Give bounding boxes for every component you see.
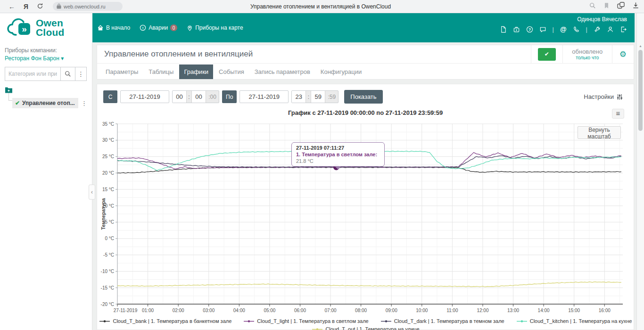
downloads-icon[interactable] bbox=[632, 2, 639, 11]
svg-text:Температура: Температура bbox=[100, 198, 106, 230]
page-scrollbar[interactable]: ▲ bbox=[636, 13, 644, 330]
nav-alarms[interactable]: ! Аварии 0 bbox=[140, 24, 177, 31]
documents-icon[interactable] bbox=[500, 26, 507, 33]
find-icon[interactable] bbox=[589, 2, 596, 11]
owencloud-logo[interactable]: » Owen Cloud bbox=[0, 13, 92, 42]
legend-item-Cloud_T_dark[interactable]: Cloud_T_dark | 1. Температура в темном з… bbox=[381, 318, 504, 324]
svg-text:07:00: 07:00 bbox=[325, 308, 337, 313]
show-button[interactable]: Показать bbox=[344, 90, 382, 104]
legend-item-Cloud_T_out[interactable]: Cloud_T_out | 1. Температура на улице bbox=[312, 326, 419, 330]
time-colon: : bbox=[187, 91, 192, 103]
device-item-selected[interactable]: ✔ Управление отоп... bbox=[12, 98, 78, 108]
icon-divider: | bbox=[553, 26, 554, 33]
nav-home[interactable]: В начало bbox=[97, 24, 130, 31]
logo-text-line2: Cloud bbox=[36, 28, 64, 37]
from-hour-input[interactable] bbox=[173, 91, 187, 103]
reset-zoom-button[interactable]: Вернуть масштаб bbox=[578, 126, 621, 139]
chat-icon[interactable] bbox=[539, 26, 546, 33]
wrench-icon[interactable] bbox=[594, 26, 601, 33]
tab-графики[interactable]: Графики bbox=[179, 64, 213, 79]
updated-status: обновлено только что bbox=[563, 48, 612, 60]
yandex-browser-icon[interactable]: Я bbox=[24, 3, 28, 10]
company-devices-label: Приборы компании: bbox=[5, 47, 87, 54]
device-search-input[interactable] bbox=[5, 67, 60, 81]
logout-icon[interactable] bbox=[620, 26, 627, 33]
company-selector[interactable]: Ресторан Фон Барон ▾ bbox=[5, 55, 87, 62]
tab-таблицы[interactable]: Таблицы bbox=[144, 64, 178, 79]
gear-icon[interactable]: ⚙ bbox=[619, 49, 627, 59]
from-label[interactable]: С bbox=[103, 90, 117, 103]
svg-text:27-11-2019: 27-11-2019 bbox=[114, 308, 138, 313]
nav-map-devices[interactable]: Приборы на карте bbox=[187, 24, 243, 32]
legend-item-Cloud_T_bank[interactable]: Cloud_T_bank | 1. Температура в банкетно… bbox=[99, 318, 231, 324]
svg-text:15:00: 15:00 bbox=[568, 308, 580, 313]
refresh-icon[interactable] bbox=[37, 3, 43, 10]
chart-title: График с 27-11-2019 00:00:00 по 27-11-20… bbox=[97, 109, 634, 116]
from-minute-input[interactable] bbox=[192, 91, 206, 103]
series-Cloud_T_dark[interactable] bbox=[117, 156, 621, 168]
svg-text:16:00: 16:00 bbox=[599, 308, 611, 313]
legend-swatch bbox=[312, 327, 322, 330]
date-filter-bar: С : :00 По : :59 Показать Настройки bbox=[97, 84, 634, 104]
tab-параметры[interactable]: Параметры bbox=[101, 64, 143, 79]
svg-text:35 °C: 35 °C bbox=[102, 121, 114, 127]
page-title: Управление отоплением и вентиляцией bbox=[97, 49, 531, 59]
url-text: web.owencloud.ru bbox=[64, 4, 106, 9]
legend-swatch bbox=[517, 319, 527, 323]
device-menu-kebab-icon[interactable]: ⋮ bbox=[81, 100, 87, 107]
device-name: Управление отоп... bbox=[22, 100, 75, 106]
chart-area: -20 °C-15 °C-10 °C-5 °C0 °C5 °C10 °C15 °… bbox=[99, 121, 632, 330]
email-icon[interactable]: @ bbox=[560, 25, 567, 33]
phone-icon[interactable] bbox=[573, 26, 580, 33]
divider bbox=[612, 45, 612, 63]
browser-toolbar: ← Я web.owencloud.ru Управление отоплени… bbox=[0, 0, 644, 13]
legend-swatch bbox=[244, 319, 254, 323]
tab-запись-параметров[interactable]: Запись параметров bbox=[250, 64, 315, 79]
device-status-button[interactable]: ✔ bbox=[538, 48, 556, 61]
chart-context-menu-icon[interactable]: ≡ bbox=[612, 109, 624, 119]
tab-события[interactable]: События bbox=[214, 64, 249, 79]
legend-label: Cloud_T_light | 1. Температура в светлом… bbox=[257, 318, 368, 324]
from-time-group: : :00 bbox=[172, 90, 219, 103]
chart-legend: Cloud_T_bank | 1. Температура в банкетно… bbox=[99, 318, 632, 330]
from-date-input[interactable] bbox=[120, 90, 169, 103]
bookmark-icon[interactable] bbox=[603, 2, 610, 11]
scrollbar-thumb[interactable] bbox=[638, 50, 643, 131]
extensions-icon[interactable] bbox=[617, 2, 625, 11]
legend-item-Cloud_T_light[interactable]: Cloud_T_light | 1. Температура в светлом… bbox=[244, 318, 368, 324]
tree-connector bbox=[8, 100, 12, 101]
svg-text:09:00: 09:00 bbox=[386, 308, 397, 313]
chart-settings-link[interactable]: Настройки bbox=[584, 93, 627, 100]
series-Cloud_T_light[interactable] bbox=[117, 153, 621, 169]
device-search-button[interactable] bbox=[60, 67, 75, 81]
icon-divider: | bbox=[586, 26, 587, 33]
sidebar-collapse-handle[interactable]: ‹ bbox=[89, 185, 95, 200]
tree-connector bbox=[8, 93, 9, 101]
legend-item-Cloud_T_kitchen[interactable]: Cloud_T_kitchen | 1. Температура на кухн… bbox=[517, 318, 632, 324]
device-list-menu-button[interactable]: ⋮ bbox=[75, 67, 87, 81]
temperature-chart[interactable]: -20 °C-15 °C-10 °C-5 °C0 °C5 °C10 °C15 °… bbox=[99, 121, 632, 314]
to-minute-input[interactable] bbox=[311, 91, 325, 103]
to-label[interactable]: По bbox=[222, 90, 237, 103]
scrollbar-up-arrow[interactable]: ▲ bbox=[637, 44, 644, 48]
svg-text:5 °C: 5 °C bbox=[105, 219, 114, 225]
address-bar[interactable]: web.owencloud.ru bbox=[53, 2, 123, 11]
svg-text:05:00: 05:00 bbox=[264, 308, 275, 313]
profile-icon[interactable] bbox=[607, 26, 614, 33]
user-name[interactable]: Одинцов Вячеслав bbox=[500, 16, 627, 23]
help-icon[interactable]: ? bbox=[526, 26, 533, 33]
to-hour-input[interactable] bbox=[292, 91, 306, 103]
browser-tab-title: Управление отоплением и вентиляцией в Ow… bbox=[179, 3, 462, 10]
back-icon[interactable]: ← bbox=[8, 3, 15, 10]
svg-text:20 °C: 20 °C bbox=[102, 170, 114, 176]
service-case-icon[interactable] bbox=[513, 26, 520, 33]
svg-text:»: » bbox=[22, 24, 27, 34]
legend-label: Cloud_T_kitchen | 1. Температура на кухн… bbox=[530, 318, 632, 324]
series-Cloud_T_out[interactable] bbox=[117, 282, 621, 287]
home-icon bbox=[97, 24, 104, 31]
svg-text:11:00: 11:00 bbox=[446, 308, 458, 313]
svg-text:04:00: 04:00 bbox=[233, 308, 245, 313]
tooltip-point-marker bbox=[333, 164, 339, 170]
tab-конфигурации[interactable]: Конфигурации bbox=[316, 64, 366, 79]
to-date-input[interactable] bbox=[239, 90, 289, 103]
